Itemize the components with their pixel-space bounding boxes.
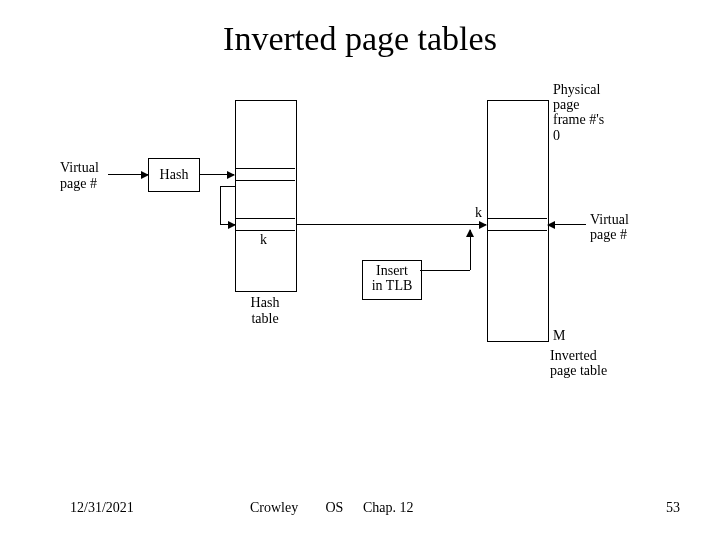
hash-table-row-in-top (235, 168, 295, 169)
chain-h-bot (220, 224, 235, 225)
arrow-hash-to-table (199, 174, 234, 175)
ipt-row-k-bot (487, 230, 547, 231)
footer-date: 12/31/2021 (70, 500, 134, 516)
hash-table (235, 100, 297, 292)
arrow-vp-to-hash (108, 174, 148, 175)
hash-k-label: k (260, 232, 267, 248)
page-title: Inverted page tables (0, 20, 720, 58)
footer: 12/31/2021 Crowley OS Chap. 12 53 (0, 500, 720, 520)
footer-course: OS (326, 500, 360, 516)
ipt-row-k-top (487, 218, 547, 219)
arrow-vp2-to-ipt (548, 224, 586, 225)
phys-frame-zero: 0 (553, 128, 560, 144)
hash-table-row-in-bot (235, 180, 295, 181)
phys-frame-M: M (553, 328, 565, 344)
hash-table-caption: Hash table (235, 295, 295, 327)
ipt-k-label: k (475, 205, 482, 221)
diagram: Virtual page # Hash k Hash table Insert … (60, 100, 660, 400)
arrow-insert-to-ipt (420, 230, 486, 270)
inverted-page-table (487, 100, 549, 342)
virtual-page-label: Virtual page # (60, 160, 99, 192)
footer-author: Crowley (250, 500, 322, 516)
ipt-caption: Inverted page table (550, 348, 630, 378)
footer-page: 53 (666, 500, 680, 516)
chain-v (220, 186, 221, 224)
virtual-page-label-2: Virtual page # (590, 212, 629, 242)
hash-table-row-k-bot (235, 230, 295, 231)
phys-frame-label: Physical page frame #'s (553, 82, 604, 127)
hash-box: Hash (148, 158, 200, 192)
hash-table-row-k-top (235, 218, 295, 219)
insert-tlb-box: Insert in TLB (362, 260, 422, 300)
chain-h-top (220, 186, 235, 187)
arrow-k-to-ipt (296, 224, 486, 225)
footer-chapter: Chap. 12 (363, 500, 414, 516)
